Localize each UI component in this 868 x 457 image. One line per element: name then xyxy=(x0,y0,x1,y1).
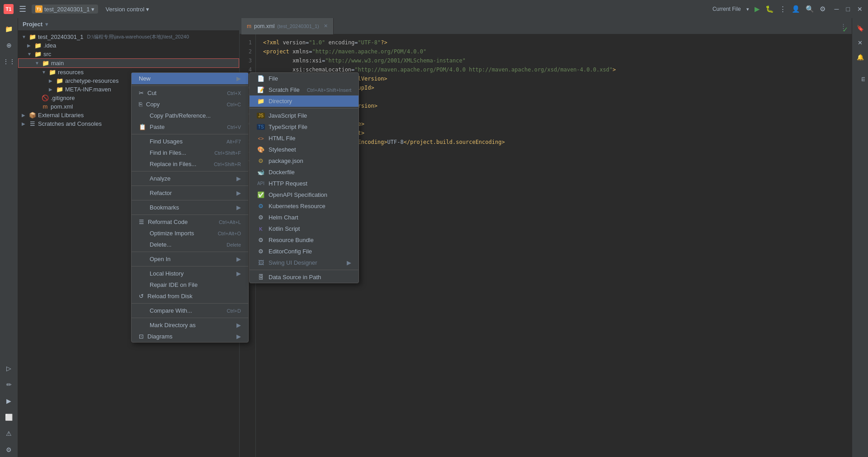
context-menu-item-replace-files[interactable]: Replace in Files... Ctrl+Shift+R xyxy=(132,158,248,170)
context-menu-shortcut-reformat: Ctrl+Alt+L xyxy=(219,219,241,225)
tree-arrow-main: ▼ xyxy=(35,61,40,66)
more-options-button[interactable]: ⋮ xyxy=(779,5,786,13)
context-menu-item-copy-path[interactable]: Copy Path/Reference... xyxy=(132,110,248,121)
context-menu-item-mark-dir[interactable]: Mark Directory as ▶ xyxy=(132,319,248,331)
context-menu-label-paste: Paste xyxy=(150,124,214,130)
submenu-item-directory[interactable]: 📁 Directory xyxy=(250,95,359,107)
html-icon: <> xyxy=(257,136,265,141)
context-menu-item-analyze[interactable]: Analyze ▶ xyxy=(132,173,248,184)
tree-arrow-scratches: ▶ xyxy=(22,121,27,126)
sidebar-item-plugins[interactable]: ⋮⋮ xyxy=(2,54,16,69)
context-menu-item-find-usages[interactable]: Find Usages Alt+F7 xyxy=(132,136,248,147)
context-menu-item-find-files[interactable]: Find in Files... Ctrl+Shift+F xyxy=(132,147,248,158)
context-menu-item-bookmarks[interactable]: Bookmarks ▶ xyxy=(132,202,248,213)
submenu-item-editorconfig[interactable]: ⚙ EditorConfig File xyxy=(250,246,359,257)
submenu-item-datasource[interactable]: 🗄 Data Source in Path xyxy=(250,271,359,283)
xml-icon: m xyxy=(42,103,49,110)
context-menu-item-refactor[interactable]: Refactor ▶ xyxy=(132,187,248,199)
reload-disk-icon: ↺ xyxy=(139,293,144,300)
close-button[interactable]: ✕ xyxy=(855,5,864,13)
app-logo: T1 xyxy=(4,4,14,14)
maximize-button[interactable]: □ xyxy=(844,5,852,13)
context-menu-shortcut-optimize: Ctrl+Alt+O xyxy=(218,231,241,236)
right-sidebar-close[interactable]: ✕ xyxy=(854,36,867,49)
openapi-icon: ✅ xyxy=(257,191,265,198)
editor-tab-pom[interactable]: m pom.xml (test_20240301_1) ✕ xyxy=(241,18,334,34)
submenu-item-docker[interactable]: 🐋 Dockerfile xyxy=(250,167,359,178)
context-menu-item-repair-ide[interactable]: Repair IDE on File xyxy=(132,279,248,290)
submenu-item-json[interactable]: ⚙ package.json xyxy=(250,155,359,167)
paste-icon: 📋 xyxy=(139,124,146,130)
tree-item-idea[interactable]: ▶ 📁 .idea xyxy=(18,41,239,50)
settings-icon[interactable]: ⚙ xyxy=(820,5,826,13)
folder-icon-idea: 📁 xyxy=(34,42,42,49)
context-menu-item-cut[interactable]: ✂ Cut Ctrl+X xyxy=(132,87,248,99)
tree-label-resources: resources xyxy=(58,69,84,76)
submenu-item-http[interactable]: API HTTP Request xyxy=(250,178,359,189)
context-menu-item-compare-with[interactable]: Compare With... Ctrl+D xyxy=(132,305,248,316)
submenu-item-html[interactable]: <> HTML File xyxy=(250,133,359,144)
context-menu-shortcut-find-files: Ctrl+Shift+F xyxy=(214,150,241,156)
context-menu-item-reformat[interactable]: ☰ Reformat Code Ctrl+Alt+L xyxy=(132,216,248,228)
context-menu-item-diagrams[interactable]: ⊡ Diagrams ▶ xyxy=(132,331,248,342)
context-menu-item-local-history[interactable]: Local History ▶ xyxy=(132,268,248,279)
tree-item-src[interactable]: ▼ 📁 src xyxy=(18,50,239,58)
sidebar-item-vcs[interactable]: ⊕ xyxy=(2,38,16,52)
debug-button[interactable]: 🐛 xyxy=(765,5,774,13)
project-selector[interactable]: T1 test_20240301_1 ▾ xyxy=(32,5,98,14)
sidebar-item-project[interactable]: 📁 xyxy=(2,22,16,36)
tree-label-external-libs: External Libraries xyxy=(38,112,84,119)
hamburger-menu[interactable]: ☰ xyxy=(17,2,28,16)
right-sidebar: 🔖 ✕ 🔔 xyxy=(852,18,868,457)
context-menu-item-paste[interactable]: 📋 Paste Ctrl+V xyxy=(132,121,248,133)
submenu-item-openapi[interactable]: ✅ OpenAPI Specification xyxy=(250,189,359,200)
context-menu-item-optimize[interactable]: Optimize Imports Ctrl+Alt+O xyxy=(132,228,248,239)
tree-arrow-resources: ▼ xyxy=(42,70,47,75)
maven-panel-label[interactable]: m xyxy=(860,77,866,81)
run-config-dropdown[interactable]: ▾ xyxy=(746,6,749,12)
ts-icon: TS xyxy=(257,124,265,130)
context-menu-item-open-in[interactable]: Open In ▶ xyxy=(132,253,248,265)
submenu-item-k8s[interactable]: ⚙ Kubernetes Resource xyxy=(250,200,359,212)
context-menu-shortcut-paste: Ctrl+V xyxy=(227,124,241,130)
sidebar-item-deploy[interactable]: ▶ xyxy=(2,394,16,408)
tree-item-main[interactable]: ▼ 📁 main xyxy=(18,58,239,68)
resource-bundle-icon: ⚙ xyxy=(257,237,265,243)
right-sidebar-bookmarks[interactable]: 🔖 xyxy=(854,22,867,34)
submenu-item-css[interactable]: 🎨 Stylesheet xyxy=(250,144,359,155)
context-menu-item-new[interactable]: New ▶ xyxy=(132,73,248,84)
context-menu-label-analyze: Analyze xyxy=(150,175,233,182)
submenu-item-resource-bundle[interactable]: ⚙ Resource Bundle xyxy=(250,234,359,246)
run-button[interactable]: ▶ xyxy=(755,5,760,13)
submenu-item-file[interactable]: 📄 File xyxy=(250,73,359,84)
submenu-item-scratch[interactable]: 📝 Scratch File Ctrl+Alt+Shift+Insert xyxy=(250,84,359,95)
submenu-item-helm[interactable]: ⚙ Helm Chart xyxy=(250,212,359,223)
sidebar-item-problems[interactable]: ⚠ xyxy=(2,426,16,441)
context-menu-shortcut-compare-with: Ctrl+D xyxy=(227,308,241,314)
right-sidebar-notifications[interactable]: 🔔 xyxy=(854,51,867,63)
submenu-label-resource-bundle: Resource Bundle xyxy=(269,237,351,243)
sidebar-item-more[interactable]: ⚙ xyxy=(2,443,16,457)
context-menu-item-delete[interactable]: Delete... Delete xyxy=(132,239,248,250)
context-menu-shortcut-copy: Ctrl+C xyxy=(227,102,241,107)
tree-item-root[interactable]: ▼ 📁 test_20240301_1 D:\编程专用\java-warehou… xyxy=(18,33,239,41)
version-control-selector[interactable]: Version control ▾ xyxy=(102,5,153,14)
folder-icon-src: 📁 xyxy=(34,51,42,57)
minimize-button[interactable]: ─ xyxy=(833,5,841,13)
submenu-sep2 xyxy=(250,270,359,270)
context-menu-label-replace-files: Replace in Files... xyxy=(150,161,201,167)
submenu-item-js[interactable]: JS JavaScript File xyxy=(250,110,359,121)
search-icon[interactable]: 🔍 xyxy=(806,5,814,13)
tab-close-button[interactable]: ✕ xyxy=(324,23,328,29)
cut-icon: ✂ xyxy=(139,90,144,96)
user-icon[interactable]: 👤 xyxy=(792,5,800,13)
submenu-item-kotlin[interactable]: K Kotlin Script xyxy=(250,223,359,234)
context-menu-item-copy[interactable]: ⎘ Copy Ctrl+C xyxy=(132,99,248,110)
diagrams-icon: ⊡ xyxy=(139,333,144,340)
sidebar-item-terminal[interactable]: ⬜ xyxy=(2,410,16,424)
context-menu-item-reload-disk[interactable]: ↺ Reload from Disk xyxy=(132,290,248,302)
submenu-item-ts[interactable]: TS TypeScript File xyxy=(250,121,359,133)
sidebar-item-pencil[interactable]: ✏ xyxy=(2,377,16,392)
context-menu-label-repair-ide: Repair IDE on File xyxy=(150,281,241,288)
sidebar-item-run[interactable]: ▷ xyxy=(2,361,16,376)
